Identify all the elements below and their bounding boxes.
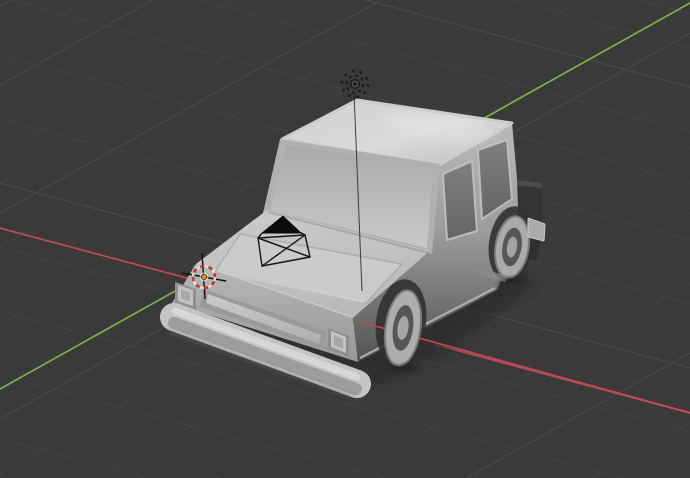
grid-line — [0, 0, 690, 85]
viewport-canvas[interactable] — [0, 0, 690, 478]
grid-line — [0, 0, 690, 6]
grid-line — [0, 0, 690, 48]
grid-line — [0, 0, 690, 66]
car-window-front-door — [443, 161, 477, 240]
grid-line — [0, 0, 690, 19]
cursor-center-dot — [201, 274, 206, 279]
wheel-contact-shadow-front — [390, 365, 420, 373]
light-center-dot — [353, 82, 357, 86]
viewport-3d[interactable] — [0, 0, 690, 478]
grid-line — [0, 0, 690, 14]
car-rear-bumper-end — [528, 218, 545, 241]
wheel-contact-shadow-rear — [501, 278, 525, 284]
grid-line — [0, 0, 690, 33]
grid-line — [0, 423, 690, 478]
car-model[interactable] — [166, 100, 545, 397]
grid-line — [0, 439, 690, 478]
